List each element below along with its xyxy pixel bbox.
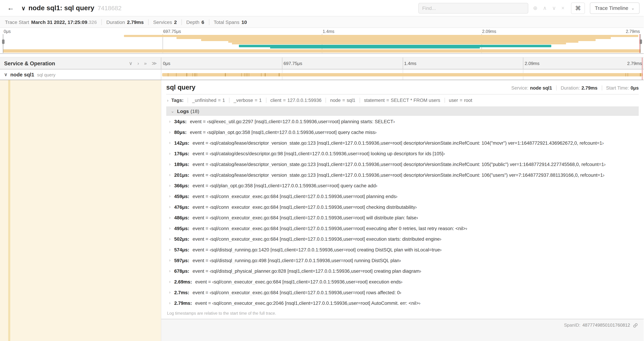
- timeline-header-row: Service & Operation ∨ › » ≫ 0μs697.75μs1…: [0, 57, 644, 70]
- top-bar: ← ∨ node sql1: sql query 7418682 ⊕ ∧ ∨ ×…: [0, 0, 644, 17]
- tags-accordion[interactable]: › Tags: _unfinished = 1 _verbose: [166, 94, 639, 106]
- expand-one-icon[interactable]: ›: [138, 61, 139, 66]
- timeline-body: sql query Service: node sql1 Duration: 2…: [0, 80, 644, 341]
- collapse-all-icon[interactable]: »: [144, 61, 147, 66]
- tag-item: statement = SELECT * FROM users: [360, 98, 440, 103]
- tag-item: node = sql1: [326, 98, 356, 103]
- tag-equals: =: [255, 98, 258, 103]
- span-detail-title: sql query: [166, 84, 511, 91]
- log-timestamp: 678μs:: [174, 268, 189, 273]
- log-entry-row[interactable]: › 34μs: event = ‹sql/exec_util.go:2297 […: [166, 116, 639, 127]
- log-entry-row[interactable]: › 486μs: event = ‹sql/conn_executor_exec…: [166, 212, 639, 223]
- minimap-right-scrubber[interactable]: [640, 34, 641, 53]
- trace-id: 7418682: [98, 5, 122, 12]
- span-log-tick: [248, 73, 249, 76]
- span-log-tick: [246, 73, 246, 76]
- collapse-trace-chevron-icon[interactable]: ∨: [21, 5, 26, 11]
- log-entry-row[interactable]: › 80μs: event = ‹sql/plan_opt.go:358 [ns…: [166, 127, 639, 137]
- expand-all-icon[interactable]: ≫: [152, 61, 157, 66]
- log-entry-row[interactable]: › 495μs: event = ‹sql/conn_executor_exec…: [166, 223, 639, 233]
- tag-item: client = 127.0.0.1:59936: [266, 98, 322, 103]
- chevron-down-icon: ⌄: [631, 6, 635, 10]
- summary-label: Services: [153, 19, 172, 25]
- log-entry-row[interactable]: › 201μs: event = ‹sql/catalog/lease/desc…: [166, 169, 639, 180]
- find-next-icon[interactable]: ∨: [552, 5, 556, 11]
- log-entry-row[interactable]: › 189μs: event = ‹sql/catalog/lease/desc…: [166, 159, 639, 169]
- log-entry-row[interactable]: › 366μs: event = ‹sql/plan_opt.go:358 [n…: [166, 180, 639, 191]
- log-message: event = ‹sql/conn_executor_exec.go:684 […: [192, 204, 417, 209]
- log-entry-row[interactable]: › 502μs: event = ‹sql/conn_executor_exec…: [166, 233, 639, 244]
- span-stat-label: Service:: [512, 85, 528, 90]
- tag-key: client: [270, 98, 282, 103]
- summary-value: 6: [202, 19, 204, 25]
- span-log-tick: [197, 73, 197, 76]
- ruler-tick-label: 2.09ms: [523, 61, 541, 66]
- summary-label: Duration: [106, 19, 125, 25]
- logs-list: › 34μs: event = ‹sql/exec_util.go:2297 […: [166, 116, 639, 308]
- log-message: event = ‹sql/distsql_running.go:1420 [ns…: [192, 247, 442, 252]
- span-log-tick: [247, 73, 248, 76]
- minimap-span-bar: [239, 45, 552, 47]
- span-service-name: node sql1: [10, 72, 34, 78]
- find-clear-icon[interactable]: ×: [561, 5, 564, 11]
- logs-count: (18): [190, 108, 199, 114]
- collapse-one-icon[interactable]: ∨: [129, 61, 132, 66]
- log-timestamp: 201μs:: [174, 172, 189, 177]
- trace-timeline-label: Trace Timeline: [595, 5, 628, 11]
- log-entry-row[interactable]: › 574μs: event = ‹sql/distsql_running.go…: [166, 244, 639, 255]
- span-row[interactable]: ∨ node sql1 sql query: [0, 70, 644, 80]
- find-prev-icon[interactable]: ∧: [543, 5, 547, 11]
- summary-label: Total Spans: [214, 19, 240, 25]
- log-expand-chevron-icon: ›: [169, 172, 170, 177]
- log-entry-row[interactable]: › 459μs: event = ‹sql/conn_executor_exec…: [166, 191, 639, 201]
- tag-value: 1: [222, 98, 225, 103]
- log-entry-row[interactable]: › 678μs: event = ‹sql/distsql_physical_p…: [166, 265, 639, 276]
- ruler-tick-label: 697.75μs: [282, 61, 304, 66]
- summary-label: Depth: [186, 19, 200, 25]
- log-message: event = ‹sql/exec_util.go:2297 [nsql1,cl…: [190, 119, 395, 124]
- find-zoom-icon[interactable]: ⊕: [533, 5, 538, 11]
- log-entry-row[interactable]: › 176μs: event = ‹sql/catalog/descs/desc…: [166, 148, 639, 159]
- log-entry-row[interactable]: › 476μs: event = ‹sql/conn_executor_exec…: [166, 201, 639, 212]
- back-button[interactable]: ←: [4, 0, 17, 16]
- span-row-name-cell[interactable]: ∨ node sql1 sql query: [0, 70, 161, 80]
- log-expand-chevron-icon: ›: [169, 226, 170, 230]
- span-stat-value: node sql1: [530, 85, 552, 90]
- log-timestamp: 34μs:: [174, 119, 186, 124]
- span-row-cursor-guide: [642, 70, 642, 80]
- span-log-tick: [168, 73, 168, 76]
- minimap-left-scrubber[interactable]: [3, 34, 3, 53]
- log-message: event = ‹sql/conn_executor_exec.go:2046 …: [195, 300, 420, 305]
- logs-accordion-header[interactable]: ⌄ Logs (18): [166, 106, 639, 116]
- tag-value: SELECT * FROM users: [391, 98, 440, 103]
- log-message: event = ‹sql/catalog/lease/descriptor_ve…: [192, 140, 604, 145]
- log-entry-row[interactable]: › 2.79ms: event = ‹sql/conn_executor_exe…: [166, 297, 639, 308]
- log-entry-row[interactable]: › 597μs: event = ‹sql/distsql_running.go…: [166, 255, 639, 265]
- minimap-canvas[interactable]: [3, 34, 641, 53]
- row-collapse-chevron-icon[interactable]: ∨: [4, 72, 8, 77]
- keyboard-shortcuts-button[interactable]: ⌘: [571, 2, 585, 14]
- span-operation-name: sql query: [37, 72, 56, 77]
- span-log-tick: [640, 73, 640, 76]
- logs-label: Logs: [177, 108, 189, 114]
- log-expand-chevron-icon: ›: [169, 194, 170, 198]
- span-row-bar-cell[interactable]: [161, 70, 644, 80]
- log-entry-row[interactable]: › 2.7ms: event = ‹sql/conn_executor_exec…: [166, 287, 639, 297]
- find-input[interactable]: [418, 3, 528, 13]
- scrubber-grip[interactable]: [2, 40, 4, 44]
- span-duration-bar[interactable]: [162, 73, 643, 76]
- log-expand-chevron-icon: ›: [169, 290, 170, 294]
- span-stat-label: Start Time:: [606, 85, 629, 90]
- log-entry-row[interactable]: › 142μs: event = ‹sql/catalog/lease/desc…: [166, 137, 639, 148]
- span-log-tick: [176, 73, 176, 76]
- link-icon[interactable]: [633, 323, 638, 328]
- log-entry-row[interactable]: › 2.69ms: event = ‹sql/conn_executor_exe…: [166, 276, 639, 287]
- log-expand-chevron-icon: ›: [169, 247, 170, 252]
- log-timestamp: 80μs:: [174, 129, 186, 135]
- trace-timeline-dropdown[interactable]: Trace Timeline ⌄: [590, 2, 640, 14]
- summary-item: Duration 2.79ms: [102, 19, 144, 25]
- span-log-tick: [241, 73, 242, 76]
- tag-item: user = root: [444, 98, 472, 103]
- log-expand-chevron-icon: ›: [169, 236, 170, 241]
- summary-item: Services 2: [148, 19, 177, 25]
